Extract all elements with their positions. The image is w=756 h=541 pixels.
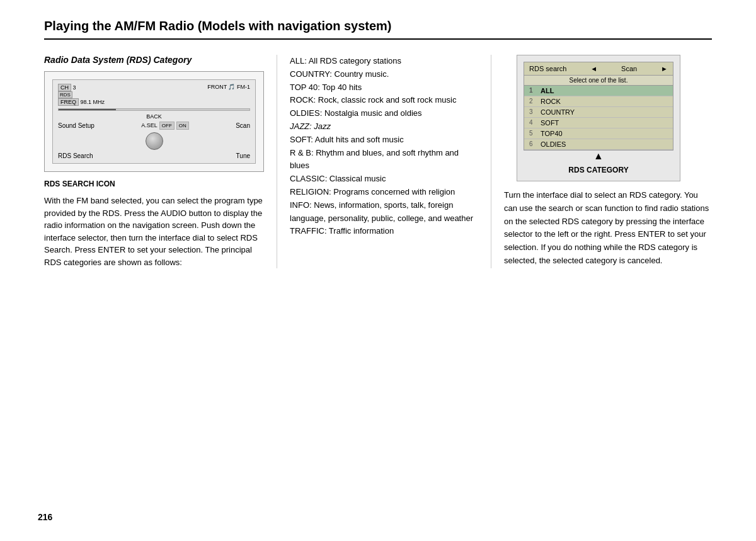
front-label: FRONT: [207, 84, 227, 90]
list-num-1: 1: [529, 87, 537, 94]
list-label-4: SOFT: [541, 119, 559, 127]
rds-list: 1 ALL 2 ROCK 3 COUNTRY 4: [524, 86, 673, 150]
middle-column: ALL: All RDS category stations COUNTRY: …: [277, 55, 491, 268]
list-label-6: OLDIES: [541, 140, 566, 148]
list-item: 4 SOFT: [524, 118, 673, 128]
fm-label: FM-1: [237, 84, 250, 90]
sound-setup-button[interactable]: Sound Setup: [58, 122, 94, 129]
list-item: 6 OLDIES: [524, 139, 673, 150]
back-label: BACK: [58, 113, 250, 120]
rds-item-7: R & B: Rhythm and blues, and soft rhythm…: [290, 147, 478, 173]
list-num-5: 5: [529, 130, 537, 137]
list-label-2: ROCK: [541, 98, 561, 105]
page-number: 216: [38, 512, 52, 522]
rds-item-0: ALL: All RDS category stations: [290, 55, 478, 68]
radio-left-info: CH 3 RDS FREQ 98.1 MHz: [58, 84, 105, 106]
list-label-1: ALL: [541, 87, 554, 94]
scan-button[interactable]: Scan: [236, 122, 250, 129]
rds-search-icon-label: RDS SEARCH ICON: [44, 179, 264, 188]
rds-category-label: RDS CATEGORY: [524, 166, 673, 174]
right-arrow-icon: ►: [661, 65, 668, 72]
rds-search-button[interactable]: RDS Search: [58, 152, 93, 159]
rds-item-3: ROCK: Rock, classic rock and soft rock m…: [290, 94, 478, 107]
radio-bottom-row: RDS Search Tune: [58, 152, 250, 159]
list-label-3: COUNTRY: [541, 108, 575, 116]
radio-dial[interactable]: [146, 132, 163, 150]
rds-label: RDS: [58, 91, 72, 98]
rds-item-8: CLASSIC: Classical music: [290, 173, 478, 186]
left-body-text: With the FM band selected, you can selec…: [44, 195, 264, 268]
freq-label: FREQ: [58, 98, 79, 106]
radio-diagram: CH 3 RDS FREQ 98.1 MHz: [44, 71, 264, 172]
list-num-4: 4: [529, 119, 537, 127]
radio-middle-row: Sound Setup A.SEL OFF ON Scan: [58, 122, 250, 130]
rds-screen-container: RDS search ◄ Scan ► Select one of the li…: [517, 55, 680, 181]
scan-label: Scan: [621, 65, 637, 72]
off-label: OFF: [159, 122, 175, 130]
right-column: RDS search ◄ Scan ► Select one of the li…: [491, 55, 712, 268]
asel-label: A.SEL: [141, 122, 158, 128]
list-num-6: 6: [529, 140, 537, 148]
rds-item-4: OLDIES: Nostalgia music and oldies: [290, 107, 478, 120]
rds-item-1: COUNTRY: Country music.: [290, 68, 478, 81]
list-num-3: 3: [529, 108, 537, 116]
section-title: Radio Data System (RDS) Category: [44, 55, 264, 65]
page-title: Playing the AM/FM Radio (Models with nav…: [44, 19, 712, 40]
left-column: Radio Data System (RDS) Category CH 3 RD…: [44, 55, 277, 268]
rds-screen: RDS search ◄ Scan ► Select one of the li…: [524, 62, 673, 151]
asel-row: A.SEL OFF ON: [141, 122, 189, 130]
rds-item-10: INFO: News, information, sports, talk, f…: [290, 199, 478, 225]
rds-item-5: JAZZ: Jazz: [290, 120, 478, 134]
rds-item-6: SOFT: Adult hits and soft music: [290, 134, 478, 147]
rds-item-11: TRAFFIC: Traffic information: [290, 225, 478, 238]
rds-item-9: RELIGION: Programs concerned with religi…: [290, 186, 478, 199]
left-arrow-icon: ◄: [590, 65, 597, 72]
list-item: 5 TOP40: [524, 128, 673, 139]
rds-screen-header: RDS search ◄ Scan ►: [524, 62, 673, 76]
arrow-indicator: ▲: [524, 151, 673, 162]
rds-search-text: RDS search: [529, 65, 566, 72]
ch-label: CH: [58, 84, 71, 91]
list-item: 1 ALL: [524, 86, 673, 96]
freq-value: 98.1: [81, 99, 92, 105]
freq-unit: MHz: [93, 99, 105, 105]
list-item: 3 COUNTRY: [524, 107, 673, 118]
rds-select-text: Select one of the list.: [524, 76, 673, 86]
list-item: 2 ROCK: [524, 96, 673, 107]
rds-categories-list: ALL: All RDS category stations COUNTRY: …: [290, 55, 478, 238]
on-label: ON: [176, 122, 189, 130]
right-body-text: Turn the interface dial to select an RDS…: [504, 189, 712, 268]
radio-progress-bar: [58, 108, 250, 111]
list-num-2: 2: [529, 98, 537, 105]
tune-button[interactable]: Tune: [236, 152, 250, 159]
ch-value: 3: [73, 84, 76, 91]
list-label-5: TOP40: [541, 130, 563, 137]
rds-item-2: TOP 40: Top 40 hits: [290, 81, 478, 94]
radio-right-info: FRONT 🎵 FM-1: [207, 84, 250, 90]
